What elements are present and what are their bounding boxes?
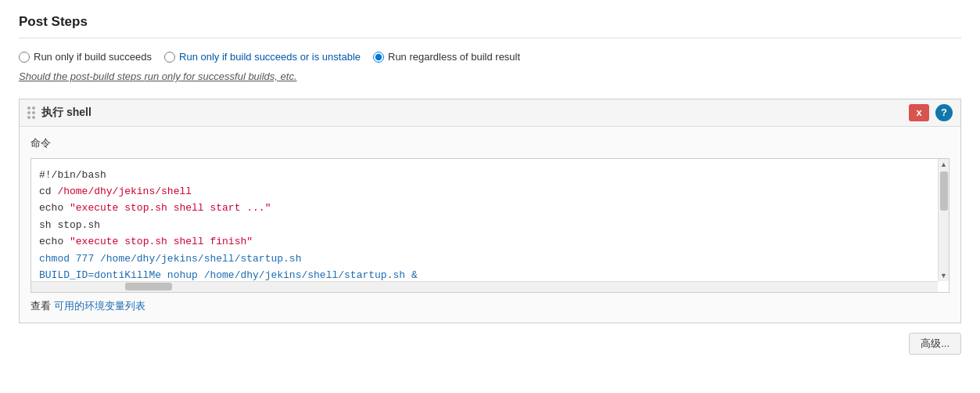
description-text: Should the post-build steps run only for… — [19, 69, 961, 85]
drag-handle-icon[interactable] — [27, 106, 35, 119]
env-link-prefix: 查看 — [31, 300, 54, 312]
radio-option-3[interactable]: Run regardless of build result — [373, 51, 520, 63]
radio-build-succeeds[interactable] — [19, 52, 30, 63]
code-display-area[interactable]: #!/bin/bash cd /home/dhy/jekins/shell ec… — [31, 159, 949, 292]
code-line-2: cd /home/dhy/jekins/shell — [39, 183, 930, 200]
radio-option-2[interactable]: Run only if build succeeds or is unstabl… — [164, 51, 361, 63]
code-line-6: chmod 777 /home/dhy/jekins/shell/startup… — [39, 251, 930, 267]
code-area-wrapper: #!/bin/bash cd /home/dhy/jekins/shell ec… — [31, 158, 949, 293]
vertical-scrollbar[interactable]: ▲ ▼ — [938, 159, 949, 281]
shell-body: 命令 #!/bin/bash cd /home/dhy/jekins/shell… — [20, 127, 960, 323]
horizontal-scrollbar[interactable] — [31, 281, 938, 292]
help-icon-button[interactable]: ? — [935, 104, 953, 121]
footer-row: 高级... — [19, 333, 961, 355]
radio-options-row: Run only if build succeeds Run only if b… — [19, 51, 961, 63]
advanced-button[interactable]: 高级... — [909, 333, 961, 355]
scroll-thumb-vertical[interactable] — [940, 171, 948, 211]
radio-option-1[interactable]: Run only if build succeeds — [19, 51, 152, 63]
command-label: 命令 — [31, 136, 949, 150]
radio-build-regardless[interactable] — [373, 52, 384, 63]
description-suffix: for successful builds, etc. — [181, 70, 297, 82]
code-line-4: sh stop.sh — [39, 217, 930, 233]
code-line-5: echo "execute stop.sh shell finish" — [39, 233, 930, 250]
code-content: #!/bin/bash cd /home/dhy/jekins/shell ec… — [31, 159, 949, 292]
scroll-down-arrow[interactable]: ▼ — [939, 270, 949, 281]
shell-header-right: x ? — [909, 104, 953, 121]
description-prefix: Should the post-build steps — [19, 70, 144, 82]
shell-title-left: 执行 shell — [27, 106, 92, 120]
radio-build-succeeds-or-unstable[interactable] — [164, 52, 175, 63]
shell-title-text: 执行 shell — [41, 106, 92, 120]
radio-label-1[interactable]: Run only if build succeeds — [34, 51, 152, 63]
post-steps-container: Post Steps Run only if build succeeds Ru… — [0, 0, 980, 373]
scroll-thumb-horizontal[interactable] — [125, 283, 172, 290]
radio-label-3[interactable]: Run regardless of build result — [388, 51, 520, 63]
section-title: Post Steps — [19, 14, 961, 38]
code-line-1: #!/bin/bash — [39, 167, 930, 183]
env-link-row: 查看 可用的环境变量列表 — [31, 299, 949, 313]
shell-header: 执行 shell x ? — [20, 99, 960, 127]
shell-block: 执行 shell x ? 命令 #!/bin/bash cd /home/dhy… — [19, 99, 961, 323]
env-link-anchor[interactable]: 可用的环境变量列表 — [54, 300, 145, 312]
close-button[interactable]: x — [909, 104, 929, 121]
scroll-up-arrow[interactable]: ▲ — [939, 159, 949, 170]
radio-label-2[interactable]: Run only if build succeeds or is unstabl… — [179, 51, 361, 63]
description-italic: run only — [144, 70, 180, 82]
code-line-3: echo "execute stop.sh shell start ..." — [39, 200, 930, 216]
